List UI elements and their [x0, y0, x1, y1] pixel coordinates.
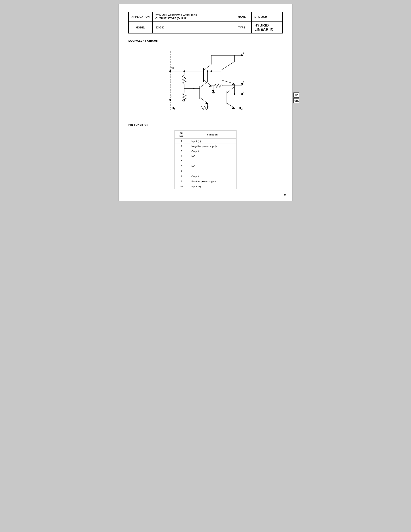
circuit-section-title: EQUIVALENT CIRCUIT: [128, 39, 283, 42]
pin-function: Output: [188, 149, 237, 154]
pin-function: [188, 169, 237, 174]
svg-marker-61: [212, 90, 215, 93]
pin-function: Input (−): [188, 139, 237, 144]
pin-function: NC: [188, 154, 237, 159]
pin-table-row: 9Positive power supply: [175, 179, 237, 184]
pin-number: 1: [175, 139, 188, 144]
svg-point-67: [207, 107, 208, 109]
pin-function: Output: [188, 174, 237, 179]
svg-text:5: 5: [174, 107, 175, 110]
pin-table-row: 2Negative power supply: [175, 144, 237, 149]
svg-line-53: [227, 87, 235, 93]
model-label: MODEL: [128, 22, 153, 33]
page-wrapper: APPLICATION 25W MIN. AF POWER AMPLIFIER …: [119, 4, 292, 201]
pin-table-row: 8Output: [175, 174, 237, 179]
pin-table-row: 7: [175, 169, 237, 174]
svg-text:9: 9: [243, 52, 244, 54]
svg-text:10: 10: [171, 67, 174, 69]
circuit-diagram: 9 10 8 3 1 5 2: [128, 46, 283, 116]
col-function-header: Function: [188, 130, 237, 139]
pin-table: Pin No. Function 1Input (−)2Negative pow…: [174, 130, 237, 189]
svg-text:3: 3: [243, 90, 245, 93]
pin-table-row: 3Output: [175, 149, 237, 154]
svg-line-43: [221, 62, 235, 70]
svg-line-45: [221, 80, 235, 84]
pin-function: Negative power supply: [188, 144, 237, 149]
name-value: STK-0029: [252, 12, 283, 22]
pin-function: [188, 159, 237, 164]
side-tab-sp: SP: [293, 93, 299, 97]
pin-function: NC: [188, 164, 237, 169]
pin-number: 2: [175, 144, 188, 149]
pin-function-section: PIN FUNCTION Pin No. Function 1Input (−)…: [128, 124, 283, 189]
svg-text:8: 8: [243, 80, 245, 83]
pin-table-row: 1Input (−): [175, 139, 237, 144]
circuit-svg: 9 10 8 3 1 5 2: [159, 46, 252, 116]
application-label: APPLICATION: [128, 12, 153, 22]
pin-table-row: 5: [175, 159, 237, 164]
type-value: HYBRID LINEAR IC: [252, 22, 283, 33]
pin-table-row: 6NC: [175, 164, 237, 169]
pin-number: 7: [175, 169, 188, 174]
pin-number: 8: [175, 174, 188, 179]
pin-number: 5: [175, 159, 188, 164]
pin-number: 10: [175, 184, 188, 189]
pin-number: 3: [175, 149, 188, 154]
svg-line-30: [204, 65, 211, 70]
svg-line-36: [200, 97, 207, 103]
svg-line-35: [200, 82, 207, 88]
side-tabs: SP STK: [293, 93, 299, 103]
application-value: 25W MIN. AF POWER AMPLIFIER OUTPUT STAGE…: [153, 12, 232, 22]
type-label: TYPE: [232, 22, 252, 33]
pin-table-row: 10Input (+): [175, 184, 237, 189]
model-value: SX-580: [153, 22, 232, 33]
name-label: NAME: [232, 12, 252, 22]
pin-table-wrapper: Pin No. Function 1Input (−)2Negative pow…: [128, 130, 283, 189]
header-table: APPLICATION 25W MIN. AF POWER AMPLIFIER …: [128, 12, 283, 33]
pin-table-row: 4NC: [175, 154, 237, 159]
pin-function: Positive power supply: [188, 179, 237, 184]
pin-number: 4: [175, 154, 188, 159]
side-tab-stk: STK: [293, 98, 299, 103]
pin-function: Input (+): [188, 184, 237, 189]
svg-text:2: 2: [241, 107, 243, 110]
pin-number: 6: [175, 164, 188, 169]
svg-text:1: 1: [171, 96, 173, 99]
page-number: 61: [283, 194, 286, 197]
pin-function-title: PIN FUNCTION: [128, 124, 283, 126]
col-pin-header: Pin No.: [175, 130, 188, 139]
pin-number: 9: [175, 179, 188, 184]
